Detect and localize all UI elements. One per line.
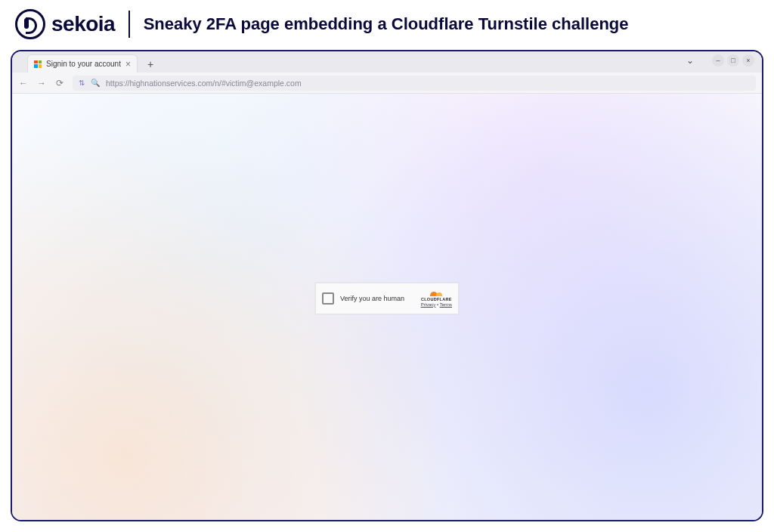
microsoft-icon (34, 60, 42, 68)
cloudflare-cloud-icon (430, 290, 442, 296)
tab-strip: Signin to your account × + ⌄ – □ × (12, 51, 762, 73)
turnstile-checkbox[interactable] (322, 292, 334, 305)
address-bar[interactable]: ⇅ 🔍 https://highnationservices.com/n/#vi… (73, 76, 756, 91)
chevron-down-icon[interactable]: ⌄ (686, 55, 694, 66)
header-separator (128, 11, 130, 38)
window-controls: ⌄ – □ × (686, 54, 754, 66)
terms-link[interactable]: Terms (440, 302, 452, 307)
page-title: Sneaky 2FA page embedding a Cloudflare T… (144, 14, 629, 34)
new-tab-button[interactable]: + (142, 56, 159, 73)
brand-mark-icon (15, 9, 45, 39)
turnstile-widget: Verify you are human CLOUDFLARE Privacy … (315, 283, 459, 314)
site-settings-icon[interactable]: ⇅ (79, 79, 85, 87)
maximize-button[interactable]: □ (727, 54, 739, 66)
turnstile-links: Privacy • Terms (421, 302, 452, 307)
page-viewport: Verify you are human CLOUDFLARE Privacy … (12, 94, 762, 520)
browser-tab[interactable]: Signin to your account × (27, 54, 138, 73)
page-header: sekoia Sneaky 2FA page embedding a Cloud… (0, 0, 774, 45)
url-text: https://highnationservices.com/n/#victim… (106, 79, 302, 88)
forward-button[interactable]: → (36, 78, 47, 88)
search-icon: 🔍 (91, 79, 100, 87)
brand-name: sekoia (51, 12, 115, 36)
turnstile-label: Verify you are human (340, 295, 415, 302)
minimize-button[interactable]: – (712, 54, 724, 66)
back-button[interactable]: ← (18, 78, 29, 88)
close-tab-button[interactable]: × (125, 59, 131, 70)
cloudflare-wordmark: CLOUDFLARE (421, 297, 452, 302)
toolbar: ← → ⟳ ⇅ 🔍 https://highnationservices.com… (12, 73, 762, 94)
browser-window: Signin to your account × + ⌄ – □ × ← → ⟳… (11, 50, 763, 521)
cloudflare-logo (430, 290, 442, 296)
close-window-button[interactable]: × (742, 54, 754, 66)
brand-logo: sekoia (15, 9, 115, 39)
turnstile-branding: CLOUDFLARE Privacy • Terms (421, 290, 452, 307)
tab-title: Signin to your account (46, 60, 121, 68)
privacy-link[interactable]: Privacy (421, 302, 436, 307)
reload-button[interactable]: ⟳ (54, 78, 65, 88)
